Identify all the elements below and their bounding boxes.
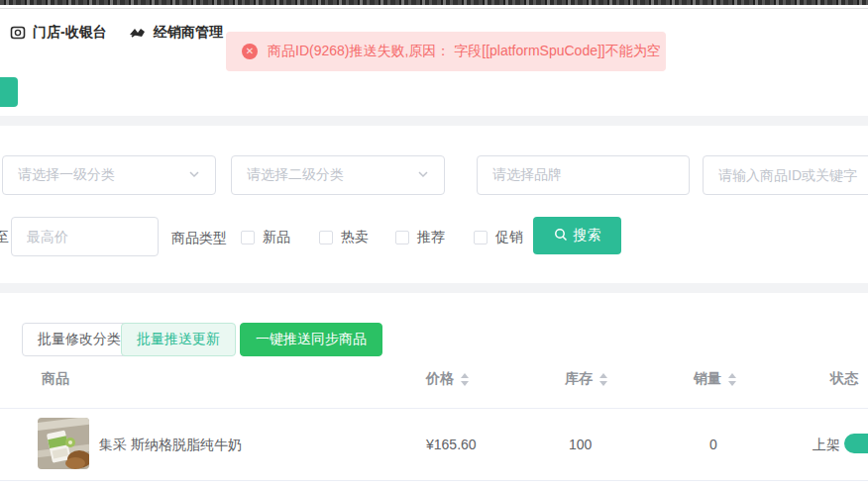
column-header-price: 价格 [426,370,469,388]
checkbox-box [395,231,409,244]
batch-edit-category-button[interactable]: 批量修改分类 [22,323,137,356]
search-button-label: 搜索 [574,227,601,244]
product-sales: 0 [709,437,717,452]
select-placeholder: 请选择二级分类 [247,166,417,184]
price-range-to-label: 至 [0,229,9,246]
sort-carets-icon[interactable] [728,373,736,386]
category-level2-select[interactable]: 请选择二级分类 [231,155,445,195]
checkbox-label: 促销 [495,229,523,246]
status-toggle[interactable] [844,434,868,453]
nav-item-label: 门店-收银台 [33,24,107,42]
sort-carets-icon[interactable] [599,373,607,386]
max-price-input[interactable] [27,229,143,244]
checkbox-promotion[interactable]: 促销 [474,229,523,246]
keyword-input-wrapper [703,155,868,195]
top-divider [0,8,868,9]
section-divider [0,116,868,126]
sort-asc-icon[interactable] [728,373,736,378]
product-type-label: 商品类型 [171,230,227,247]
product-management-page: 门店-收银台 经销商管理 ✕ 商品ID(9268)推送失败,原因： 字段[[pl… [0,0,868,488]
column-header-label: 价格 [426,370,454,388]
batch-push-update-button[interactable]: 批量推送更新 [121,323,236,356]
clipped-top-strip [0,0,868,5]
column-header-stock: 库存 [565,370,607,388]
select-placeholder: 请选择品牌 [492,166,674,184]
select-placeholder: 请选择一级分类 [18,166,188,184]
checkbox-recommended[interactable]: 推荐 [395,229,445,246]
table-divider [0,408,868,409]
sort-desc-icon[interactable] [728,381,736,386]
product-thumbnail[interactable] [38,418,89,469]
chevron-down-icon [417,167,429,183]
checkbox-box [474,231,488,244]
clipped-left-button[interactable] [0,77,18,107]
checkbox-new-product[interactable]: 新品 [241,229,290,246]
brand-select[interactable]: 请选择品牌 [477,155,690,195]
error-toast-message: 商品ID(9268)推送失败,原因： 字段[[platformSpuCode]]… [268,43,661,60]
checkbox-box [319,231,333,244]
dealer-handshake-icon [129,26,147,40]
checkbox-label: 新品 [263,229,290,246]
section-divider [0,283,868,293]
chevron-down-icon [188,167,200,183]
error-toast: ✕ 商品ID(9268)推送失败,原因： 字段[[platformSpuCode… [226,32,666,71]
column-header-label: 销量 [694,370,721,388]
column-header-sales: 销量 [694,370,736,388]
product-price: ¥165.60 [426,437,477,452]
keyword-input[interactable] [718,167,868,183]
category-level1-select[interactable]: 请选择一级分类 [2,155,216,195]
table-divider [0,480,868,481]
checkbox-box [241,231,255,244]
checkbox-label: 推荐 [417,229,445,246]
sort-desc-icon[interactable] [461,381,469,386]
checkbox-label: 热卖 [341,229,369,246]
column-header-status: 状态 [830,370,858,388]
one-key-push-sync-button[interactable]: 一键推送同步商品 [240,323,382,356]
nav-item-cashier[interactable]: 门店-收银台 [10,24,107,42]
column-header-product: 商品 [42,370,69,388]
product-name: 集采 斯纳格脱脂纯牛奶 [99,437,242,454]
checkbox-hot-sale[interactable]: 热卖 [319,229,369,246]
sort-asc-icon[interactable] [599,373,607,378]
nav-item-label: 经销商管理 [154,24,223,42]
column-header-label: 商品 [42,370,69,388]
column-header-label: 状态 [830,370,858,388]
sort-desc-icon[interactable] [599,381,607,386]
error-circle-icon: ✕ [242,44,258,59]
search-button[interactable]: 搜索 [533,217,621,254]
max-price-input-wrapper [11,217,159,256]
product-stock: 100 [569,437,592,452]
nav-item-dealer[interactable]: 经销商管理 [129,24,223,42]
sort-asc-icon[interactable] [461,373,469,378]
sort-carets-icon[interactable] [461,373,469,386]
product-status-label: 上架 [813,437,840,454]
column-header-label: 库存 [565,370,593,388]
cashier-terminal-icon [10,25,26,41]
search-icon [554,228,568,244]
